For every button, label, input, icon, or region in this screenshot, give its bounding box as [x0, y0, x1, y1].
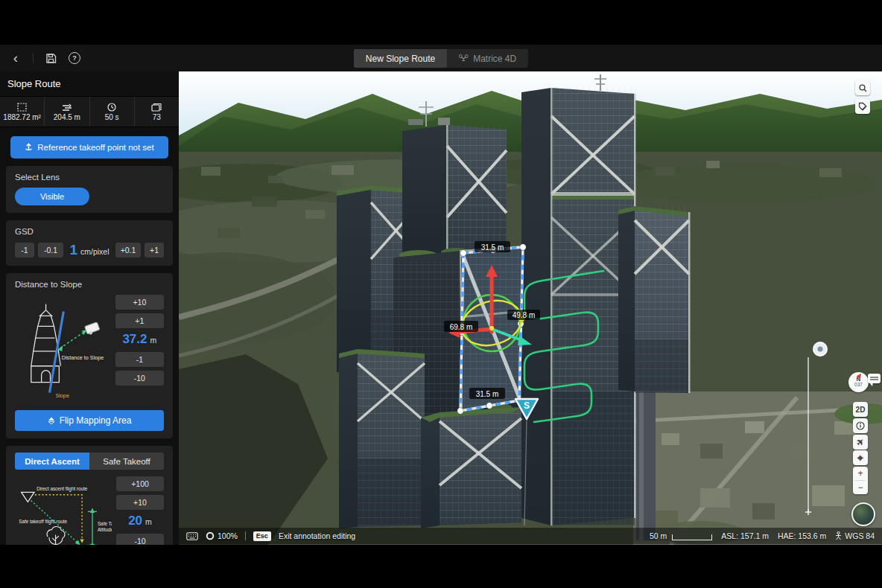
altitude-plus-10-button[interactable]: +10 [116, 495, 164, 510]
flip-button-label: Flip Mapping Area [60, 415, 132, 426]
plane-icon: ✈ [854, 435, 866, 448]
save-icon[interactable] [44, 51, 57, 65]
lens-visible-option[interactable]: Visible [15, 188, 89, 205]
tab-direct-ascent[interactable]: Direct Ascent [15, 453, 89, 470]
basemap-globe-button[interactable] [851, 502, 875, 526]
mission-tabs: New Slope Route Matrice 4D [354, 49, 528, 68]
distance-arrow-label: Distance to Slope [62, 354, 104, 361]
takeoff-mode-diagram: Direct ascent flight route Safe takeoff … [15, 476, 112, 545]
bottom-width-label: 31.5 m [476, 390, 499, 398]
takeoff-point-icon [25, 143, 33, 152]
info-button[interactable] [853, 418, 868, 433]
divider [33, 53, 34, 63]
map-3d-view[interactable]: 31.5 m 31.5 m 69.8 m 49.8 m S [179, 71, 882, 545]
compass-widget[interactable]: N 037 [848, 372, 869, 392]
scene-zoom[interactable]: 100% [206, 531, 238, 540]
direct-route-label: Direct ascent flight route [37, 486, 88, 492]
tab-new-slope-route[interactable]: New Slope Route [354, 49, 447, 68]
datum-indicator: WGS 84 [835, 531, 875, 540]
gsd-label: GSD [15, 227, 164, 236]
search-icon [859, 84, 867, 92]
altitude-arrow [88, 508, 97, 545]
tab-safe-takeoff[interactable]: Safe Takeoff [89, 453, 164, 470]
distance-value[interactable]: 37.2 [122, 332, 147, 347]
gsd-plus-1-button[interactable]: +1 [145, 243, 164, 258]
gsd-plus-01-button[interactable]: +0.1 [115, 243, 141, 258]
search-button[interactable] [855, 80, 870, 95]
drone-icon [459, 54, 469, 64]
hae-readout: HAE: 153.6 m [778, 531, 826, 540]
annotation-tag-icon [858, 102, 867, 111]
scale-value: 50 m [650, 531, 667, 540]
tab-matrice-4d[interactable]: Matrice 4D [447, 49, 528, 68]
annotation-tool-button[interactable] [855, 99, 870, 114]
back-icon[interactable]: ‹ [9, 51, 22, 64]
distance-arrow [60, 331, 85, 348]
topbar: ‹ ? New Slope Route Matrice 4D [0, 45, 882, 71]
distance-to-slope-diagram: Distance to Slope Slope [15, 295, 111, 403]
distance-plus-1-button[interactable]: +1 [115, 313, 164, 328]
distance-to-slope-section: Distance to Slope Distance to Slope Slop… [6, 273, 173, 438]
tab-label: New Slope Route [366, 54, 435, 64]
safe-route-label: Safe takeoff flight route [19, 519, 67, 525]
comment-bubble-icon[interactable] [868, 374, 881, 383]
left-height-label: 69.8 m [450, 323, 473, 331]
slope-line [50, 312, 64, 393]
slope-label: Slope [55, 392, 69, 399]
gsd-unit: cm/pixel [80, 247, 110, 256]
gsd-section: GSD -1 -0.1 1 cm/pixel +0.1 +1 [6, 220, 173, 266]
zoom-out-button[interactable]: − [853, 481, 868, 494]
altitude-minus-10-button[interactable]: -10 [116, 534, 164, 545]
esc-key-badge: Esc [253, 531, 271, 541]
keyboard-icon[interactable] [186, 532, 198, 540]
route-length-icon [62, 103, 72, 112]
tower-front-left [339, 349, 425, 528]
distance-minus-10-button[interactable]: -10 [115, 371, 164, 386]
distance-to-slope-label: Distance to Slope [15, 280, 164, 289]
locate-icon: ⌖ [857, 452, 863, 464]
direct-route-line [35, 495, 82, 540]
tree-icon [47, 526, 65, 545]
zoom-control: + − [853, 467, 868, 494]
map-scene: 31.5 m 31.5 m 69.8 m 49.8 m S [179, 71, 882, 545]
tower-right [618, 206, 691, 393]
distance-minus-1-button[interactable]: -1 [115, 352, 164, 367]
zoom-circle-icon [206, 531, 215, 540]
select-lens-label: Select Lens [15, 173, 164, 182]
datum-label: WGS 84 [845, 531, 875, 540]
photo-count-icon [151, 103, 162, 112]
mission-stats: 1882.72 m² 204.5 m 50 s 73 [0, 96, 179, 127]
takeoff-button-label: Reference takeoff point not set [37, 143, 153, 152]
info-icon [856, 421, 865, 430]
stat-area: 1882.72 m² [0, 97, 45, 127]
tower-front-center [421, 407, 521, 528]
reference-takeoff-button[interactable]: Reference takeoff point not set [10, 136, 168, 159]
zoom-in-button[interactable]: + [853, 467, 868, 480]
altitude-unit: m [145, 517, 152, 526]
scale-bar [672, 534, 712, 540]
right-distance-label: 49.8 m [513, 311, 536, 319]
distance-plus-10-button[interactable]: +10 [115, 295, 164, 310]
altitude-plus-100-button[interactable]: +100 [116, 476, 164, 491]
gsd-minus-1-button[interactable]: -1 [15, 243, 34, 258]
locate-button[interactable]: ⌖ [853, 450, 868, 465]
sidebar: Slope Route 1882.72 m² 204.5 m 50 s 73 R… [0, 71, 179, 545]
svg-text:S: S [524, 400, 530, 411]
altitude-value[interactable]: 20 [128, 514, 142, 528]
waypoint-triangle [22, 492, 34, 502]
stat-photos: 73 [135, 97, 179, 127]
view-2d-button[interactable]: 2D [853, 402, 868, 417]
gsd-value[interactable]: 1 [69, 242, 77, 258]
aircraft-button[interactable]: ✈ [853, 435, 868, 450]
distance-unit: m [150, 336, 157, 345]
gsd-minus-01-button[interactable]: -0.1 [38, 243, 63, 258]
top-width-label: 31.5 m [481, 243, 504, 252]
page-title: Slope Route [0, 71, 179, 96]
asl-readout: ASL: 157.1 m [721, 531, 769, 540]
zoom-percent: 100% [218, 531, 238, 540]
flip-mapping-area-button[interactable]: Flip Mapping Area [15, 410, 164, 431]
area-icon [17, 103, 27, 112]
stat-length: 204.5 m [45, 97, 89, 127]
compass-heading: 037 [854, 383, 863, 388]
help-icon[interactable]: ? [68, 51, 81, 65]
